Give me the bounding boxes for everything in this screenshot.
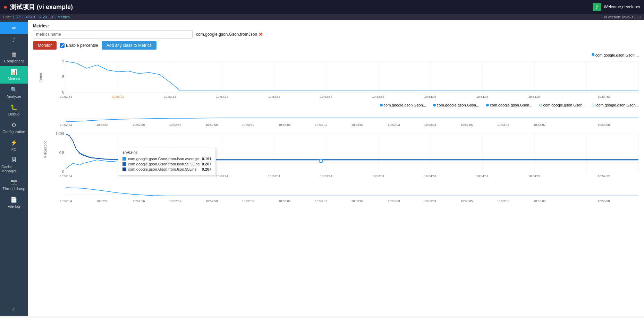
svg-text:10:53:04: 10:53:04 bbox=[424, 123, 436, 127]
sidebar-item-cache[interactable]: 🗄 Cache Manager bbox=[0, 154, 28, 176]
svg-text:10:52:55: 10:52:55 bbox=[96, 199, 108, 203]
monitor-button[interactable]: Monitor bbox=[33, 41, 57, 50]
chart1-legend-label: com.google.gson.Gson.... bbox=[595, 53, 639, 57]
svg-text:10:53:08: 10:53:08 bbox=[598, 199, 610, 203]
tooltip-value-3: 0.287 bbox=[202, 167, 212, 171]
analyzer-icon: 🔍 bbox=[10, 86, 17, 93]
legend-item-5: com.google.gson.Gson... bbox=[593, 103, 639, 107]
sidebar-item-share[interactable]: ⤴ bbox=[0, 34, 28, 46]
svg-text:10:54:24: 10:54:24 bbox=[528, 95, 540, 98]
tooltip-color-3 bbox=[122, 167, 126, 171]
fc-icon: ⚡ bbox=[10, 139, 17, 146]
sidebar-item-filelog[interactable]: 📄 File log bbox=[0, 194, 28, 211]
legend-item-4: com.google.gson.Gson... bbox=[539, 103, 585, 107]
sidebar-item-label: FC bbox=[11, 147, 17, 152]
sidebar-item-thread[interactable]: 📷 Thread dump bbox=[0, 176, 28, 194]
svg-text:10:53:03: 10:53:03 bbox=[388, 123, 400, 127]
svg-text:10:54:14: 10:54:14 bbox=[476, 95, 488, 98]
chart4-svg: 10:52:54 10:52:55 10:52:56 10:52:57 10:5… bbox=[49, 184, 644, 207]
svg-text:0: 0 bbox=[62, 170, 64, 174]
chart3-container: MilliSecond 1.089 0.5 0 bbox=[33, 130, 639, 182]
config-icon: ⚙ bbox=[11, 122, 16, 128]
tooltip-metric-2: com.google.gson.Gson.fromJson.99.9Line bbox=[128, 162, 200, 166]
chart2-svg: 10:52:54 10:52:55 10:52:56 10:52:57 10:5… bbox=[49, 108, 644, 129]
sidebar-item-analyzer[interactable]: 🔍 Analyzer bbox=[0, 84, 28, 101]
cache-icon: 🗄 bbox=[11, 157, 17, 163]
legend-label-2: com.google.gson.Gson... bbox=[437, 103, 479, 107]
svg-text:10:53:54: 10:53:54 bbox=[372, 95, 384, 98]
sidebar-item-configuration[interactable]: ⚙ Configuration bbox=[0, 119, 28, 137]
svg-text:10:52:54: 10:52:54 bbox=[60, 123, 72, 127]
sidebar-item-label: Analyzer bbox=[7, 94, 22, 98]
breadcrumb: Host: DST55065/10.32.20.126 | Metrics vi… bbox=[0, 14, 644, 20]
metrics-input-row: com.google.gson.Gson.fromJson ✕ bbox=[33, 30, 639, 38]
svg-text:10:53:04: 10:53:04 bbox=[424, 199, 436, 203]
svg-text:10:53:02: 10:53:02 bbox=[351, 199, 363, 203]
svg-text:10:52:59: 10:52:59 bbox=[242, 199, 254, 203]
metrics-tag-close[interactable]: ✕ bbox=[259, 32, 263, 37]
svg-text:10:53:00: 10:53:00 bbox=[278, 123, 290, 127]
sidebar-item-metrics[interactable]: 📊 Metrics bbox=[0, 66, 28, 84]
sidebar-bottom: ⊙ bbox=[0, 305, 28, 314]
tooltip-metric-1: com.google.gson.Gson.fromJson.average bbox=[128, 157, 200, 161]
svg-text:10:53:34: 10:53:34 bbox=[268, 174, 280, 178]
tooltip-metric-3: com.google.gson.Gson.fromJson.95Line bbox=[128, 167, 200, 171]
sidebar-item-label: Debug bbox=[8, 112, 19, 116]
metric-name: com.google.gson.Gson.fromJson bbox=[196, 32, 257, 37]
filelog-icon: 📄 bbox=[10, 196, 17, 203]
legend-dot-1 bbox=[380, 104, 383, 106]
chart2-wrapper: 10:52:54 10:52:55 10:52:56 10:52:57 10:5… bbox=[49, 108, 639, 129]
chart1-container: com.google.gson.Gson.... Count 9 5 0 bbox=[33, 53, 639, 103]
enable-percentile-checkbox[interactable] bbox=[60, 43, 65, 48]
legend-dot-2 bbox=[433, 104, 436, 106]
svg-text:10:54:04: 10:54:04 bbox=[424, 95, 436, 98]
svg-text:10:53:06: 10:53:06 bbox=[497, 123, 509, 127]
host-link[interactable]: DST55065/10.32.20.126 bbox=[13, 15, 54, 19]
header-left: ● 测试项目 (vi example) bbox=[3, 3, 73, 11]
svg-text:10:54:3x: 10:54:3x bbox=[598, 174, 610, 178]
chart4-container: 10:52:54 10:52:55 10:52:56 10:52:57 10:5… bbox=[33, 184, 639, 207]
enable-percentile-label[interactable]: Enable percentile bbox=[60, 43, 98, 48]
svg-point-63 bbox=[319, 159, 323, 163]
metrics-link[interactable]: Metrics bbox=[58, 15, 70, 19]
vi-icon: ● bbox=[3, 3, 7, 11]
component-icon: ▦ bbox=[11, 51, 17, 58]
help-button[interactable]: ? bbox=[593, 3, 601, 11]
tooltip-color-1 bbox=[122, 157, 126, 161]
svg-text:0.5: 0.5 bbox=[59, 151, 64, 155]
svg-text:10:52:58: 10:52:58 bbox=[205, 199, 218, 203]
metrics-input[interactable] bbox=[33, 30, 193, 38]
project-title: 测试项目 (vi example) bbox=[10, 3, 73, 11]
chart1-legend-row: com.google.gson.Gson.... bbox=[33, 53, 639, 57]
svg-text:10:54:04: 10:54:04 bbox=[424, 174, 436, 178]
chart1-svg: 9 5 0 bbox=[49, 58, 644, 103]
sidebar-toggle[interactable]: ⊙ bbox=[0, 305, 28, 314]
svg-text:10:53:44: 10:53:44 bbox=[320, 174, 332, 178]
metrics-icon: 📊 bbox=[10, 69, 17, 75]
svg-text:10:53:03: 10:53:03 bbox=[388, 199, 400, 203]
svg-text:10:53:07: 10:53:07 bbox=[533, 199, 545, 203]
tooltip-title: 10:53:01 bbox=[122, 151, 211, 155]
sidebar-item-label: Component bbox=[4, 59, 24, 63]
sidebar-item-debug[interactable]: 🐛 Debug bbox=[0, 101, 28, 119]
svg-text:5: 5 bbox=[62, 75, 64, 79]
sidebar-item-component[interactable]: ▦ Component bbox=[0, 48, 28, 66]
top-header: ● 测试项目 (vi example) ? Welcome,developer bbox=[0, 0, 644, 14]
sidebar-item-fc[interactable]: ⚡ FC bbox=[0, 137, 28, 154]
svg-text:10:52:54: 10:52:54 bbox=[60, 174, 72, 178]
svg-text:10:53:24: 10:53:24 bbox=[216, 95, 228, 98]
tooltip-row-2: com.google.gson.Gson.fromJson.99.9Line 0… bbox=[122, 162, 211, 166]
svg-text:0: 0 bbox=[62, 91, 64, 94]
sidebar-item-edit[interactable]: ✏ bbox=[0, 22, 28, 34]
svg-text:10:53:00: 10:53:00 bbox=[278, 199, 290, 203]
sidebar-item-label: Thread dump bbox=[2, 187, 25, 191]
add-class-button[interactable]: Add any class to Metrics bbox=[102, 41, 156, 50]
legend-label-1: com.google.gson.Gson... bbox=[384, 103, 426, 107]
metrics-tag: com.google.gson.Gson.fromJson ✕ bbox=[196, 32, 263, 37]
svg-text:10:54:14: 10:54:14 bbox=[476, 174, 488, 178]
legend-label-4: com.google.gson.Gson... bbox=[543, 103, 585, 107]
vi-version: vi version: java-0.11.2 bbox=[604, 15, 641, 19]
legend-dot-4 bbox=[539, 104, 542, 106]
chart1-y-label: Count bbox=[39, 73, 43, 83]
svg-text:10:53:05: 10:53:05 bbox=[460, 123, 473, 127]
